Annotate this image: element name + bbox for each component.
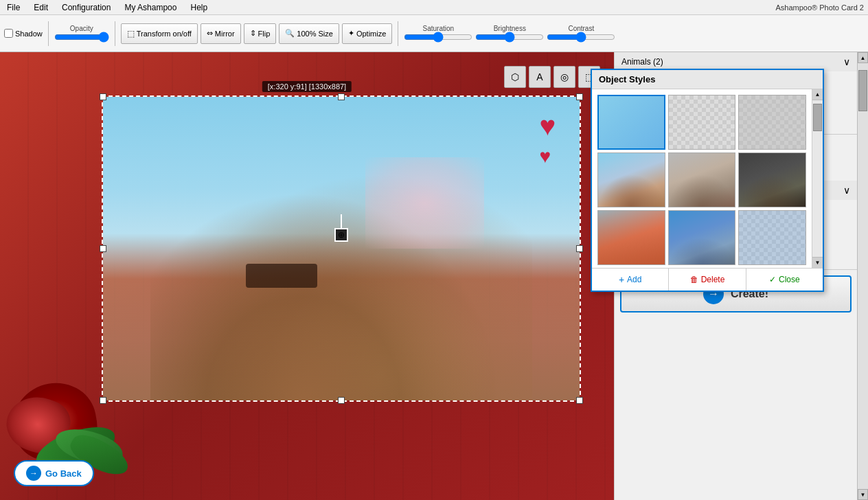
styles-add-button[interactable]: + Add <box>592 269 669 291</box>
zoom-icon: 🔍 <box>285 29 295 38</box>
birthday-collapse-icon[interactable]: ∨ <box>843 185 850 196</box>
saturation-slider[interactable] <box>404 32 472 42</box>
style-thumb-1[interactable] <box>597 95 665 150</box>
optimize-button[interactable]: ✦ Optimize <box>342 23 392 44</box>
mirror-label: Mirror <box>215 30 235 38</box>
saturation-group: Saturation <box>404 25 472 42</box>
go-back-button[interactable]: → Go Back <box>14 460 94 486</box>
canvas-toolbar: ⬡ A ◎ ⬚ <box>504 66 600 88</box>
handle-bm[interactable] <box>338 397 345 404</box>
handle-ml[interactable] <box>100 245 106 252</box>
object-styles-popup: Object Styles <box>591 69 824 292</box>
style-photo-4 <box>598 174 665 207</box>
style-thumb-5[interactable] <box>668 152 736 207</box>
go-back-label: Go Back <box>45 468 82 479</box>
delete-label: Delete <box>701 275 725 284</box>
menu-items: File Edit Configuration My Ashampoo Help <box>4 1 210 14</box>
style-thumb-4[interactable] <box>597 152 665 207</box>
go-back-icon: → <box>26 466 41 481</box>
rotate-handle-line <box>341 214 342 228</box>
handle-tm[interactable] <box>338 93 345 100</box>
scroll-up-arrow[interactable]: ▲ <box>858 52 868 63</box>
flip-button[interactable]: ⇕ Flip <box>244 23 277 44</box>
menu-file[interactable]: File <box>4 1 23 14</box>
style-thumb-6[interactable] <box>738 152 806 207</box>
style-photo-6 <box>739 174 806 207</box>
canvas-icon-3[interactable]: ◎ <box>553 66 575 88</box>
scroll-down-arrow[interactable]: ▼ <box>858 489 868 500</box>
animals-collapse-icon[interactable]: ∨ <box>843 56 850 67</box>
panel-scrollbar: ▲ ▼ <box>857 52 868 500</box>
canvas-icon-2[interactable]: A <box>529 66 551 88</box>
mirror-icon: ⇔ <box>207 29 213 38</box>
style-photo-8 <box>669 238 735 264</box>
canvas-area: [x:320 y:91] [1330x887] ⬡ A ◎ ⬚ <box>0 52 614 500</box>
object-styles-grid <box>592 89 812 268</box>
style-photo-5 <box>669 174 735 207</box>
style-photo-9 <box>739 211 806 264</box>
style-preview-3 <box>739 95 806 149</box>
menu-edit[interactable]: Edit <box>31 1 51 14</box>
brightness-slider[interactable] <box>475 32 544 42</box>
add-icon: + <box>619 274 624 285</box>
style-thumb-3[interactable] <box>738 95 806 150</box>
styles-close-button[interactable]: ✓ Close <box>746 269 823 291</box>
coord-display: [x:320 y:91] [1330x887] <box>262 81 352 92</box>
flip-label: Flip <box>258 30 271 38</box>
close-icon: ✓ <box>769 275 776 284</box>
obj-styles-body: ▲ ▼ <box>592 89 823 268</box>
styles-scroll-up[interactable]: ▲ <box>812 89 823 100</box>
transform-icon: ⬚ <box>127 29 135 38</box>
mirror-button[interactable]: ⇔ Mirror <box>201 23 241 44</box>
flip-icon: ⇕ <box>250 29 256 38</box>
optimize-icon: ✦ <box>348 29 354 38</box>
style-photo-7 <box>598 211 665 264</box>
divider-3 <box>398 21 398 46</box>
photo-sunglasses <box>246 264 317 288</box>
opacity-slider[interactable] <box>54 32 109 42</box>
rotate-handle[interactable]: ⊕ <box>334 228 348 242</box>
scrollbar-thumb[interactable] <box>858 70 867 111</box>
style-thumb-7[interactable] <box>597 210 665 265</box>
styles-delete-button[interactable]: 🗑 Delete <box>669 269 746 291</box>
contrast-slider[interactable] <box>547 32 615 42</box>
styles-scroll-down[interactable]: ▼ <box>812 257 823 268</box>
scrollbar-track <box>858 63 868 489</box>
menu-configuration[interactable]: Configuration <box>59 1 113 14</box>
divider-2 <box>115 21 115 46</box>
contrast-group: Contrast <box>547 25 615 42</box>
style-thumb-2[interactable] <box>668 95 736 150</box>
heart-decoration: ♥♥ <box>540 112 556 167</box>
photo-container: ♥♥ ⊕ <box>103 97 580 400</box>
transform-button[interactable]: ⬚ Transform on/off <box>121 23 198 44</box>
style-thumb-8[interactable] <box>668 210 736 265</box>
canvas-background[interactable]: [x:320 y:91] [1330x887] ⬡ A ◎ ⬚ <box>0 52 614 500</box>
handle-mr[interactable] <box>576 245 583 252</box>
menu-help[interactable]: Help <box>187 1 210 14</box>
brightness-group: Brightness <box>475 25 544 42</box>
shadow-label: Shadow <box>15 30 43 38</box>
styles-scrollbar: ▲ ▼ <box>812 89 823 268</box>
delete-icon: 🗑 <box>690 275 698 284</box>
handle-tr[interactable] <box>576 93 583 100</box>
add-label: Add <box>627 275 641 284</box>
styles-scroll-track <box>812 100 823 257</box>
styles-scroll-thumb[interactable] <box>813 104 822 131</box>
divider-1 <box>48 21 49 46</box>
toolbar: Shadow Opacity ⬚ Transform on/off ⇔ Mirr… <box>0 15 868 52</box>
menu-myashampoo[interactable]: My Ashampoo <box>122 1 179 14</box>
handle-tl[interactable] <box>100 93 106 100</box>
animals-title: Animals (2) <box>621 57 663 67</box>
canvas-icon-1[interactable]: ⬡ <box>504 66 526 88</box>
zoom-button[interactable]: 🔍 100% Size <box>279 23 339 44</box>
menubar: File Edit Configuration My Ashampoo Help… <box>0 0 868 15</box>
transform-label: Transform on/off <box>137 30 192 38</box>
handle-br[interactable] <box>576 397 583 404</box>
style-thumb-9[interactable] <box>738 210 806 265</box>
optimize-label: Optimize <box>356 30 386 38</box>
shadow-checkbox[interactable] <box>4 29 13 38</box>
zoom-label: 100% Size <box>297 30 333 38</box>
close-label: Close <box>779 275 800 284</box>
style-preview-1 <box>599 96 664 148</box>
app-title: Ashampoo® Photo Card 2 <box>775 3 864 12</box>
